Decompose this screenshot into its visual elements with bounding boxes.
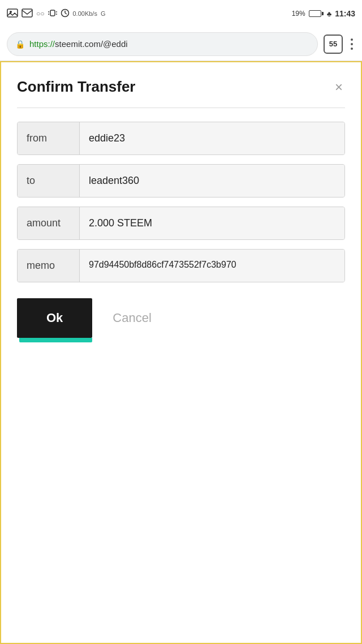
dialog-divider (17, 108, 345, 108)
cancel-button[interactable]: Cancel (92, 298, 171, 338)
battery-label: 19% (292, 10, 305, 18)
page-content: Confirm Transfer × from eddie23 to leade… (0, 61, 362, 644)
dialog-title: Confirm Transfer (17, 78, 136, 96)
email-icon (21, 8, 33, 19)
from-row: from eddie23 (17, 122, 345, 155)
url-domain: steemit.com/@eddi (55, 39, 128, 49)
url-protocol: https:// (29, 39, 55, 49)
url-text: https://steemit.com/@eddi (29, 39, 309, 49)
wifi-icon: ♣ (327, 10, 332, 18)
to-value: leadent360 (80, 165, 344, 197)
amount-label: amount (18, 207, 80, 239)
memo-label: memo (18, 250, 80, 282)
from-label: from (18, 122, 80, 154)
status-bar-right: 19% ♣ 11:43 (292, 9, 355, 18)
battery-icon (309, 10, 324, 17)
url-bar[interactable]: 🔒 https://steemit.com/@eddi (7, 32, 318, 56)
svg-rect-2 (22, 9, 32, 17)
amount-row: amount 2.000 STEEM (17, 207, 345, 240)
signal-icon: ○○ (36, 10, 45, 18)
svg-line-10 (65, 13, 67, 14)
to-row: to leadent360 (17, 164, 345, 198)
from-value: eddie23 (80, 122, 344, 154)
memo-value: 97d94450bf8d86cf7473552f7c3b970 (80, 250, 344, 282)
gallery-icon (7, 8, 18, 19)
time-label: 11:43 (335, 9, 355, 18)
confirm-transfer-dialog: Confirm Transfer × from eddie23 to leade… (1, 62, 361, 356)
dialog-header: Confirm Transfer × (17, 78, 345, 96)
close-button[interactable]: × (333, 78, 345, 96)
ok-button[interactable]: Ok (17, 298, 92, 338)
svg-rect-3 (50, 10, 55, 16)
tab-count[interactable]: 55 (324, 35, 343, 54)
amount-value: 2.000 STEEM (80, 207, 344, 239)
clock-icon (61, 8, 70, 19)
status-bar-left: ○○ 0.00Kb/s G (7, 8, 105, 19)
browser-bar: 🔒 https://steemit.com/@eddi 55 (0, 27, 362, 61)
memo-row: memo 97d94450bf8d86cf7473552f7c3b970 (17, 249, 345, 282)
network-label: G (101, 10, 106, 17)
speed-label: 0.00Kb/s (73, 10, 97, 17)
lock-icon: 🔒 (15, 40, 25, 49)
button-row: Ok Cancel (17, 298, 345, 338)
vibrate-icon (48, 8, 57, 19)
status-bar: ○○ 0.00Kb/s G 19% (0, 0, 362, 27)
browser-menu-button[interactable] (348, 36, 355, 52)
to-label: to (18, 165, 80, 197)
